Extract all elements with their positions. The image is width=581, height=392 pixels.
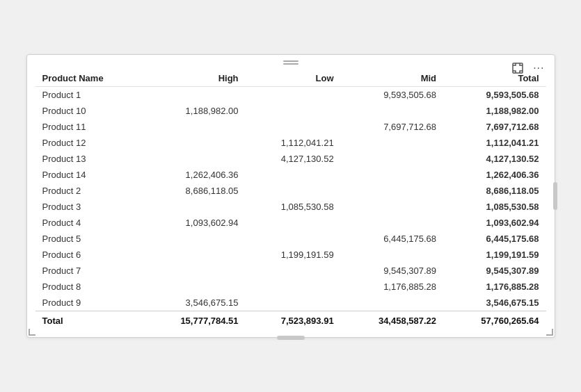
cell-total: 1,188,982.00: [443, 103, 546, 119]
cell-value: [143, 87, 245, 104]
cell-value: 4,127,130.52: [246, 151, 341, 167]
total-row: Total15,777,784.517,523,893.9134,458,587…: [35, 311, 546, 329]
cell-total: 6,445,175.68: [443, 231, 546, 247]
cell-product-name: Product 9: [35, 295, 143, 311]
table-row: Product 121,112,041.211,112,041.21: [35, 135, 546, 151]
cell-total: 1,199,191.59: [443, 247, 546, 263]
resize-handle-right[interactable]: [553, 182, 557, 210]
table-row: Product 134,127,130.524,127,130.52: [35, 151, 546, 167]
cell-value: 1,188,982.00: [143, 103, 245, 119]
table-row: Product 117,697,712.687,697,712.68: [35, 119, 546, 135]
widget-header: ···: [27, 55, 555, 69]
cell-product-name: Product 6: [35, 247, 143, 263]
table-row: Product 56,445,175.686,445,175.68: [35, 231, 546, 247]
total-value: 57,760,265.64: [443, 311, 546, 329]
cell-value: 3,546,675.15: [143, 295, 245, 311]
cell-total: 1,176,885.28: [443, 279, 546, 295]
total-value: 34,458,587.22: [341, 311, 443, 329]
more-options-button[interactable]: ···: [530, 60, 547, 76]
cell-value: [246, 167, 341, 183]
table-row: Product 141,262,406.361,262,406.36: [35, 167, 546, 183]
cell-total: 1,112,041.21: [443, 135, 546, 151]
cell-value: [341, 215, 443, 231]
data-table: Product Name High Low Mid Total Product …: [35, 69, 546, 329]
cell-value: 1,199,191.59: [246, 247, 341, 263]
cell-product-name: Product 12: [35, 135, 143, 151]
cell-value: [143, 119, 245, 135]
cell-value: [143, 199, 245, 215]
cell-value: [341, 295, 443, 311]
cell-value: [246, 183, 341, 199]
expand-button[interactable]: [509, 61, 526, 75]
cell-value: [246, 279, 341, 295]
table-wrapper: Product Name High Low Mid Total Product …: [27, 69, 555, 337]
cell-value: [341, 247, 443, 263]
total-value: 7,523,893.91: [246, 311, 341, 329]
svg-rect-0: [513, 63, 523, 73]
table-row: Product 101,188,982.001,188,982.00: [35, 103, 546, 119]
table-row: Product 93,546,675.153,546,675.15: [35, 295, 546, 311]
cell-product-name: Product 2: [35, 183, 143, 199]
cell-value: 1,262,406.36: [143, 167, 245, 183]
col-header-product-name: Product Name: [35, 69, 143, 87]
cell-value: 9,545,307.89: [341, 263, 443, 279]
table-header-row: Product Name High Low Mid Total: [35, 69, 546, 87]
cell-value: [143, 279, 245, 295]
cell-value: [143, 247, 245, 263]
resize-handle-bottom[interactable]: [277, 336, 305, 340]
cell-value: [143, 263, 245, 279]
cell-total: 1,085,530.58: [443, 199, 546, 215]
cell-value: [246, 295, 341, 311]
cell-product-name: Product 8: [35, 279, 143, 295]
cell-total: 1,262,406.36: [443, 167, 546, 183]
total-value: 15,777,784.51: [143, 311, 245, 329]
col-header-high: High: [143, 69, 245, 87]
cell-product-name: Product 7: [35, 263, 143, 279]
cell-value: 1,085,530.58: [246, 199, 341, 215]
cell-product-name: Product 4: [35, 215, 143, 231]
ellipsis-icon: ···: [533, 62, 544, 74]
cell-value: [246, 119, 341, 135]
table-row: Product 19,593,505.689,593,505.68: [35, 87, 546, 104]
cell-value: [246, 231, 341, 247]
cell-value: [246, 103, 341, 119]
col-header-mid: Mid: [341, 69, 443, 87]
cell-value: [341, 135, 443, 151]
cell-value: [143, 135, 245, 151]
cell-value: 1,176,885.28: [341, 279, 443, 295]
cell-product-name: Product 14: [35, 167, 143, 183]
cell-total: 8,686,118.05: [443, 183, 546, 199]
cell-value: [143, 151, 245, 167]
header-actions: ···: [509, 60, 547, 76]
cell-product-name: Product 3: [35, 199, 143, 215]
cell-total: 9,593,505.68: [443, 87, 546, 104]
widget-panel: ··· Product Name High Low Mid Total Prod…: [26, 54, 555, 338]
resize-handle-corner-bl[interactable]: [29, 329, 35, 336]
cell-value: 9,593,505.68: [341, 87, 443, 104]
table-row: Product 31,085,530.581,085,530.58: [35, 199, 546, 215]
cell-value: 7,697,712.68: [341, 119, 443, 135]
cell-value: [246, 263, 341, 279]
cell-value: [341, 103, 443, 119]
resize-handle-corner-br[interactable]: [546, 329, 553, 336]
cell-product-name: Product 10: [35, 103, 143, 119]
cell-value: [341, 167, 443, 183]
cell-value: 1,112,041.21: [246, 135, 341, 151]
cell-product-name: Product 13: [35, 151, 143, 167]
cell-product-name: Product 5: [35, 231, 143, 247]
cell-value: 1,093,602.94: [143, 215, 245, 231]
col-header-low: Low: [246, 69, 341, 87]
table-row: Product 41,093,602.941,093,602.94: [35, 215, 546, 231]
total-label: Total: [35, 311, 143, 329]
cell-value: 8,686,118.05: [143, 183, 245, 199]
cell-total: 4,127,130.52: [443, 151, 546, 167]
cell-product-name: Product 11: [35, 119, 143, 135]
cell-total: 3,546,675.15: [443, 295, 546, 311]
cell-value: [143, 231, 245, 247]
cell-value: [341, 199, 443, 215]
table-row: Product 61,199,191.591,199,191.59: [35, 247, 546, 263]
cell-value: [246, 87, 341, 104]
drag-handle[interactable]: [283, 60, 299, 65]
expand-icon: [512, 63, 523, 74]
cell-total: 9,545,307.89: [443, 263, 546, 279]
